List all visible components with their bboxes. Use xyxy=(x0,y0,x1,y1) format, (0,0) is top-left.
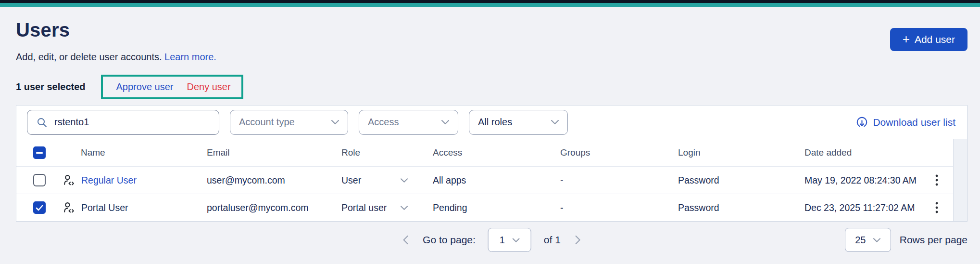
selection-toolbar: 1 user selected Approve user Deny user xyxy=(16,73,967,100)
add-user-label: Add user xyxy=(915,34,955,45)
download-user-list-link[interactable]: Download user list xyxy=(856,116,956,128)
select-all-checkbox[interactable] xyxy=(33,146,46,159)
rows-per-page-select[interactable]: 25 xyxy=(845,228,891,252)
row-checkbox[interactable] xyxy=(33,201,46,214)
pagination-bar: Go to page: 1 of 1 25 Rows per pa xyxy=(16,222,967,258)
selection-count: 1 user selected xyxy=(16,81,86,92)
user-login: Password xyxy=(678,175,804,186)
chevron-right-icon xyxy=(575,235,581,245)
download-icon xyxy=(856,116,868,128)
search-input-value: rstento1 xyxy=(54,117,89,128)
user-groups: - xyxy=(560,175,678,186)
row-actions-menu-button[interactable] xyxy=(932,199,941,216)
user-login: Password xyxy=(678,202,804,213)
approve-user-button[interactable]: Approve user xyxy=(116,81,174,92)
row-actions-menu-button[interactable] xyxy=(932,172,941,189)
next-page-button[interactable] xyxy=(573,233,583,247)
learn-more-link[interactable]: Learn more. xyxy=(164,52,216,62)
column-header-login: Login xyxy=(678,147,804,158)
check-icon xyxy=(36,205,43,211)
column-header-groups: Groups xyxy=(560,147,678,158)
chevron-down-icon xyxy=(331,120,339,124)
user-type-icon xyxy=(63,174,75,187)
rows-per-page-value: 25 xyxy=(855,235,866,246)
chevron-down-icon xyxy=(401,178,408,183)
page-description: Add, edit, or delete user accounts. Lear… xyxy=(16,52,967,63)
page-total-label: of 1 xyxy=(544,234,561,246)
users-table-panel: rstento1 Account type Access All roles xyxy=(16,105,967,222)
page-number-value: 1 xyxy=(500,235,505,246)
deny-user-button[interactable]: Deny user xyxy=(187,81,231,92)
user-name-link[interactable]: Portal User xyxy=(81,202,128,213)
search-icon xyxy=(36,117,48,128)
chevron-down-icon xyxy=(873,238,880,242)
column-header-access: Access xyxy=(433,147,560,158)
row-checkbox[interactable] xyxy=(33,174,46,186)
table-scrollbar-gutter[interactable] xyxy=(953,139,967,221)
table-row: Regular User user@mycom.com User All app… xyxy=(16,166,953,194)
role-select[interactable]: Portal user xyxy=(341,202,433,213)
access-dropdown-label: Access xyxy=(368,117,399,128)
table-header-row: Name Email Role Access Groups Login Date… xyxy=(16,139,953,166)
chevron-down-icon xyxy=(401,206,408,210)
filter-toolbar: rstento1 Account type Access All roles xyxy=(16,106,967,139)
plus-icon: + xyxy=(903,33,910,45)
column-header-name: Name xyxy=(63,147,207,158)
add-user-button[interactable]: + Add user xyxy=(890,28,967,51)
role-select-value: Portal user xyxy=(341,202,387,213)
table-row: Portal User portaluser@mycom.com Portal … xyxy=(16,194,953,221)
chevron-down-icon xyxy=(551,120,559,124)
rows-per-page-label: Rows per page xyxy=(900,234,967,246)
users-page: Users + Add user Add, edit, or delete us… xyxy=(0,19,980,258)
user-date-added: Dec 23, 2025 11:27:02 AM xyxy=(804,202,920,213)
chevron-down-icon xyxy=(441,120,449,124)
selection-actions-highlight-box: Approve user Deny user xyxy=(101,75,243,99)
chevron-down-icon xyxy=(513,238,520,242)
page-number-select[interactable]: 1 xyxy=(488,228,531,252)
roles-dropdown-value: All roles xyxy=(478,117,512,128)
user-name-link[interactable]: Regular User xyxy=(81,175,137,186)
user-email: user@mycom.com xyxy=(207,175,341,186)
indeterminate-minus-icon xyxy=(36,152,43,154)
user-email: portaluser@mycom.com xyxy=(207,202,341,213)
role-select[interactable]: User xyxy=(341,175,433,186)
kebab-icon xyxy=(935,202,938,213)
user-access: All apps xyxy=(433,175,560,186)
account-type-dropdown-label: Account type xyxy=(239,117,295,128)
column-header-date-added: Date added xyxy=(804,147,920,158)
user-groups: - xyxy=(560,202,678,213)
account-type-dropdown[interactable]: Account type xyxy=(230,110,348,135)
access-dropdown[interactable]: Access xyxy=(359,110,458,135)
kebab-icon xyxy=(935,174,938,186)
download-user-list-label: Download user list xyxy=(873,117,955,128)
page-description-text: Add, edit, or delete user accounts. xyxy=(16,52,162,62)
previous-page-button[interactable] xyxy=(401,233,410,247)
page-header: Users + Add user xyxy=(16,19,967,41)
brand-accent-bar xyxy=(0,3,980,7)
role-select-value: User xyxy=(341,175,361,186)
users-table: Name Email Role Access Groups Login Date… xyxy=(16,139,967,221)
column-header-role: Role xyxy=(341,147,433,158)
chevron-left-icon xyxy=(402,235,408,245)
search-input[interactable]: rstento1 xyxy=(27,110,219,135)
user-type-icon xyxy=(63,201,75,214)
column-header-email: Email xyxy=(207,147,341,158)
go-to-page-label: Go to page: xyxy=(423,234,476,246)
user-date-added: May 19, 2022 08:24:30 AM xyxy=(804,175,920,186)
user-access: Pending xyxy=(433,202,560,213)
roles-dropdown[interactable]: All roles xyxy=(469,110,568,135)
page-title: Users xyxy=(16,19,967,41)
